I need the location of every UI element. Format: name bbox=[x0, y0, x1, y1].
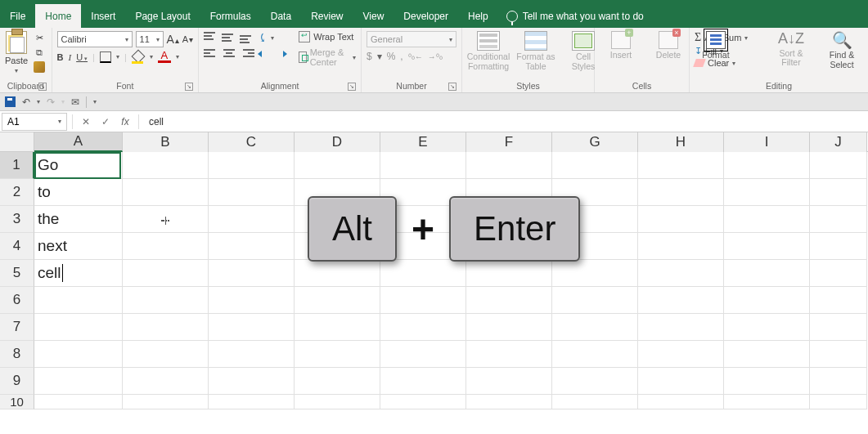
font-name-combo[interactable]: Calibri▾ bbox=[57, 31, 133, 47]
cell-J7[interactable] bbox=[810, 314, 867, 341]
cell-H10[interactable] bbox=[638, 395, 724, 409]
cell-B7[interactable] bbox=[123, 314, 209, 341]
cell-H9[interactable] bbox=[638, 368, 724, 395]
cell-D8[interactable] bbox=[295, 341, 380, 368]
cell-H8[interactable] bbox=[638, 341, 724, 368]
row-header-8[interactable]: 8 bbox=[0, 341, 34, 368]
cell-F7[interactable] bbox=[466, 314, 552, 341]
cell-I10[interactable] bbox=[724, 395, 810, 409]
col-header-D[interactable]: D bbox=[295, 132, 380, 152]
row-header-1[interactable]: 1 bbox=[0, 152, 34, 179]
cell-F1[interactable] bbox=[466, 152, 552, 179]
cell-G8[interactable] bbox=[552, 341, 638, 368]
align-center-button[interactable] bbox=[222, 49, 236, 60]
decrease-indent-button[interactable] bbox=[258, 49, 271, 60]
cell-D10[interactable] bbox=[295, 395, 380, 409]
cell-E6[interactable] bbox=[380, 287, 466, 314]
undo-button[interactable]: ↶ bbox=[22, 96, 30, 108]
cell-C7[interactable] bbox=[209, 314, 295, 341]
cell-F6[interactable] bbox=[466, 287, 552, 314]
cell-I8[interactable] bbox=[724, 341, 810, 368]
cell-J10[interactable] bbox=[810, 395, 867, 409]
cell-H2[interactable] bbox=[638, 179, 724, 206]
cell-I1[interactable] bbox=[724, 152, 810, 179]
align-top-button[interactable] bbox=[204, 32, 218, 43]
accounting-button[interactable]: $ bbox=[367, 51, 372, 62]
borders-button[interactable] bbox=[100, 51, 111, 63]
cell-D9[interactable] bbox=[295, 368, 380, 395]
cell-A2[interactable]: to bbox=[34, 179, 123, 206]
cell-E5[interactable] bbox=[380, 260, 466, 287]
cell-D7[interactable] bbox=[295, 314, 380, 341]
cell-E9[interactable] bbox=[380, 368, 466, 395]
clear-button[interactable]: Clear ▾ bbox=[695, 58, 762, 68]
cell-F9[interactable] bbox=[466, 368, 552, 395]
wrap-text-button[interactable]: Wrap Text bbox=[299, 31, 356, 43]
save-button[interactable] bbox=[5, 96, 16, 107]
align-middle-button[interactable] bbox=[222, 32, 236, 43]
cell-G10[interactable] bbox=[552, 395, 638, 409]
row-header-7[interactable]: 7 bbox=[0, 314, 34, 341]
copy-button[interactable]: ⧉ bbox=[33, 46, 46, 59]
percent-button[interactable]: % bbox=[387, 51, 396, 62]
email-button[interactable]: ✉ bbox=[71, 96, 79, 108]
select-all-corner[interactable] bbox=[0, 132, 34, 152]
cancel-edit-button[interactable]: ✕ bbox=[76, 113, 96, 131]
cell-H6[interactable] bbox=[638, 287, 724, 314]
conditional-formatting-button[interactable]: Conditional Formatting bbox=[467, 31, 510, 71]
orientation-button[interactable]: ⤹ bbox=[258, 31, 268, 44]
tab-file[interactable]: File bbox=[0, 4, 35, 28]
col-header-G[interactable]: G bbox=[552, 132, 638, 152]
cell-G7[interactable] bbox=[552, 314, 638, 341]
cell-I9[interactable] bbox=[724, 368, 810, 395]
cell-H4[interactable] bbox=[638, 233, 724, 260]
paste-button[interactable]: Paste ▾ bbox=[5, 31, 28, 74]
bold-button[interactable]: B bbox=[57, 52, 64, 62]
cell-C2[interactable] bbox=[209, 179, 295, 206]
enter-edit-button[interactable]: ✓ bbox=[96, 113, 115, 131]
fill-button[interactable]: ↧Fill ▾ bbox=[695, 46, 762, 56]
cell-G6[interactable] bbox=[552, 287, 638, 314]
cell-I4[interactable] bbox=[724, 233, 810, 260]
increase-font-button[interactable]: A▴ bbox=[167, 33, 179, 46]
tab-view[interactable]: View bbox=[353, 4, 394, 28]
row-header-10[interactable]: 10 bbox=[0, 395, 34, 409]
font-size-combo[interactable]: 11▾ bbox=[136, 31, 164, 47]
cell-I7[interactable] bbox=[724, 314, 810, 341]
cell-B9[interactable] bbox=[123, 368, 209, 395]
cell-J8[interactable] bbox=[810, 341, 867, 368]
merge-center-button[interactable]: Merge & Center ▾ bbox=[299, 47, 356, 67]
cell-E1[interactable] bbox=[380, 152, 466, 179]
cell-G1[interactable] bbox=[552, 152, 638, 179]
cell-A4[interactable]: next bbox=[34, 233, 123, 260]
align-right-button[interactable] bbox=[240, 49, 254, 60]
cell-J9[interactable] bbox=[810, 368, 867, 395]
col-header-F[interactable]: F bbox=[466, 132, 552, 152]
format-painter-button[interactable] bbox=[33, 60, 46, 74]
tab-data[interactable]: Data bbox=[261, 4, 301, 28]
cell-C4[interactable] bbox=[209, 233, 295, 260]
number-launcher[interactable]: ↘ bbox=[448, 83, 456, 91]
col-header-I[interactable]: I bbox=[724, 132, 810, 152]
cell-B1[interactable] bbox=[123, 152, 209, 179]
cell-A10[interactable] bbox=[34, 395, 123, 409]
cell-A7[interactable] bbox=[34, 314, 123, 341]
clipboard-launcher[interactable]: ↘ bbox=[38, 83, 47, 91]
cell-J5[interactable] bbox=[810, 260, 867, 287]
delete-cells-button[interactable]: Delete bbox=[647, 31, 690, 60]
cut-button[interactable]: ✂ bbox=[33, 31, 46, 44]
cell-B10[interactable] bbox=[123, 395, 209, 409]
autosum-button[interactable]: ΣAutoSum ▾ bbox=[695, 31, 762, 44]
cell-J3[interactable] bbox=[810, 206, 867, 233]
cell-A8[interactable] bbox=[34, 341, 123, 368]
cell-I2[interactable] bbox=[724, 179, 810, 206]
col-header-E[interactable]: E bbox=[380, 132, 466, 152]
cell-C5[interactable] bbox=[209, 260, 295, 287]
cell-J6[interactable] bbox=[810, 287, 867, 314]
cell-D1[interactable] bbox=[295, 152, 380, 179]
find-select-button[interactable]: 🔍Find & Select bbox=[821, 31, 863, 69]
tab-review[interactable]: Review bbox=[301, 4, 353, 28]
cell-E8[interactable] bbox=[380, 341, 466, 368]
cell-E7[interactable] bbox=[380, 314, 466, 341]
align-left-button[interactable] bbox=[204, 49, 218, 60]
